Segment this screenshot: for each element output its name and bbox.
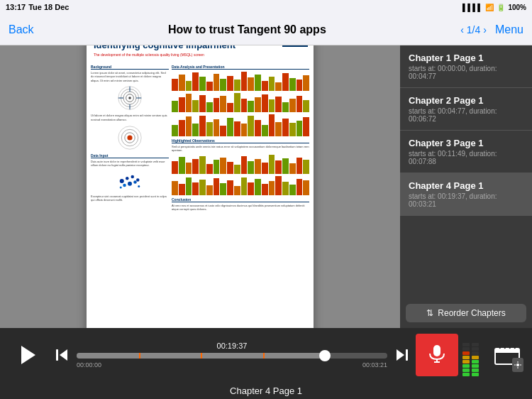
svg-point-14	[126, 177, 129, 180]
svg-rect-24	[406, 349, 408, 361]
chapter3-title: Chapter 3 Page 1	[409, 138, 523, 148]
svg-point-18	[133, 180, 137, 184]
status-time: 13:17	[6, 3, 26, 11]
conclusion-text: At vero eos et accusamus et iusto odio d…	[172, 204, 309, 212]
wifi-icon: 📶	[485, 4, 494, 11]
mic-button[interactable]	[416, 334, 458, 376]
section-data-analysis: Data Analysis and Presentation	[172, 65, 309, 70]
section-background: Background	[91, 65, 169, 70]
chapter3-meta: starts at: 00:11:49, duration: 00:07:88	[409, 150, 523, 165]
play-icon	[21, 346, 35, 364]
circle-diagram2	[117, 125, 143, 151]
video-settings-button[interactable]	[488, 334, 526, 376]
svg-point-19	[120, 186, 122, 188]
current-time: 00:19:37	[77, 341, 387, 350]
svg-point-20	[136, 178, 140, 182]
background-text2: Ut labore et dolore magna aliqua enim ad…	[91, 114, 169, 121]
poster-right-col: Data Analysis and Presentation Highlight…	[172, 62, 309, 212]
chapter2-meta: starts at: 00:04:77, duration: 00:06:72	[409, 107, 523, 123]
chart2	[172, 92, 309, 112]
svg-rect-26	[433, 345, 440, 356]
data-input-text2: Excepteur sint occaecat cupidatat non pr…	[91, 195, 169, 202]
section-data-input: Data Input	[91, 153, 169, 158]
page-indicator: 1/4	[467, 24, 480, 35]
chapter-item-4[interactable]: Chapter 4 Page 1 starts at: 00:19:37, du…	[400, 173, 532, 216]
svg-point-17	[131, 175, 135, 179]
slide-area: Identifying cognitive impairment The dev…	[0, 45, 400, 328]
reorder-label: Reorder Chapters	[438, 308, 505, 318]
chapter1-meta: starts at: 00:00:00, duration: 00:04:77	[409, 65, 523, 80]
svg-point-13	[120, 179, 124, 183]
chapter-marker-1	[139, 353, 140, 359]
status-bar: 13:17 Tue 18 Dec ▌▌▌▌ 📶 🔋 100%	[0, 0, 532, 14]
settings-badge	[512, 358, 523, 372]
highlighted-text: Sed ut perspiciatis unde omnis iste natu…	[172, 145, 309, 153]
svg-point-16	[128, 182, 132, 186]
back-button[interactable]: Back	[9, 23, 34, 36]
skip-forward-button[interactable]	[392, 345, 411, 365]
timeline-thumb	[319, 350, 331, 361]
svg-marker-23	[60, 349, 67, 361]
chapter1-title: Chapter 1 Page 1	[409, 53, 523, 63]
svg-point-4	[128, 97, 131, 100]
slide-container: Identifying cognitive impairment The dev…	[87, 34, 314, 339]
next-arrow[interactable]: ›	[483, 24, 487, 35]
svg-marker-25	[397, 349, 404, 361]
chapter-item-1[interactable]: Chapter 1 Page 1 starts at: 00:00:00, du…	[400, 45, 532, 88]
svg-point-21	[138, 185, 140, 187]
skip-back-button[interactable]	[52, 345, 72, 365]
menu-button[interactable]: Menu	[495, 23, 523, 36]
label-row: Chapter 4 Page 1	[0, 382, 532, 399]
battery-icon: 🔋	[497, 4, 505, 11]
level-col-2	[472, 334, 479, 376]
chapter-marker-2	[201, 353, 202, 359]
chapter-label: Chapter 4 Page 1	[230, 386, 302, 396]
svg-point-35	[516, 364, 519, 366]
background-text: Lorem ipsum dolor sit amet, consectetur …	[91, 71, 169, 83]
main-area: Identifying cognitive impairment The dev…	[0, 45, 532, 328]
nav-bar: Back How to trust Tangent 90 apps ‹ 1/4 …	[0, 14, 532, 45]
poster-left-col: Background Lorem ipsum dolor sit amet, c…	[91, 62, 169, 212]
timeline-markers: 00:00:00 00:03:21	[77, 361, 387, 368]
signal-icon: ▌▌▌▌	[462, 4, 482, 11]
chart4	[172, 154, 309, 174]
timeline-end: 00:03:21	[362, 361, 387, 368]
chapter-item-3[interactable]: Chapter 3 Page 1 starts at: 00:11:49, du…	[400, 131, 532, 173]
transport-row: 00:19:37 00:00:00 00:03:21	[0, 328, 532, 382]
chart1	[172, 71, 309, 91]
mic-icon	[427, 344, 447, 366]
chapter-item-2[interactable]: Chapter 2 Page 1 starts at: 00:04:77, du…	[400, 88, 532, 131]
dot-diagram	[116, 170, 144, 192]
chart5	[172, 175, 309, 195]
data-input-text: Duis aute irure dolor in reprehenderit i…	[91, 160, 169, 168]
chart3	[172, 114, 309, 136]
chapter2-title: Chapter 2 Page 1	[409, 95, 523, 106]
svg-point-15	[123, 184, 126, 187]
level-col-1	[462, 334, 470, 376]
section-highlighted: Highlighted Observations	[172, 138, 309, 143]
nav-right: ‹ 1/4 › Menu	[460, 23, 523, 36]
section-conclusion: Conclusion	[172, 197, 309, 202]
timeline[interactable]: 00:19:37 00:00:00 00:03:21	[77, 341, 387, 368]
chapter4-title: Chapter 4 Page 1	[409, 180, 523, 191]
bottom-bar: 00:19:37 00:00:00 00:03:21	[0, 328, 532, 399]
nav-title: How to trust Tangent 90 apps	[168, 23, 326, 36]
reorder-icon: ⇅	[426, 308, 433, 318]
play-button[interactable]	[6, 334, 48, 376]
circle-diagram	[117, 85, 143, 111]
poster-body: Background Lorem ipsum dolor sit amet, c…	[87, 60, 314, 214]
battery-level: 100%	[508, 4, 526, 11]
sidebar: Chapter 1 Page 1 starts at: 00:00:00, du…	[400, 45, 532, 328]
reorder-button[interactable]: ⇅ Reorder Chapters	[406, 304, 526, 322]
timeline-track[interactable]	[77, 353, 387, 359]
svg-rect-22	[56, 349, 58, 361]
chapter4-meta: starts at: 00:19:37, duration: 00:03:21	[409, 192, 523, 208]
prev-arrow[interactable]: ‹	[460, 24, 464, 35]
svg-rect-30	[495, 349, 519, 353]
chapter-marker-3	[263, 353, 265, 359]
level-meters	[462, 334, 484, 376]
status-day: Tue 18 Dec	[28, 3, 69, 11]
poster-subtitle: The development of the multiple sclerosi…	[94, 53, 306, 57]
timeline-start: 00:00:00	[77, 361, 101, 368]
svg-point-12	[127, 135, 132, 140]
